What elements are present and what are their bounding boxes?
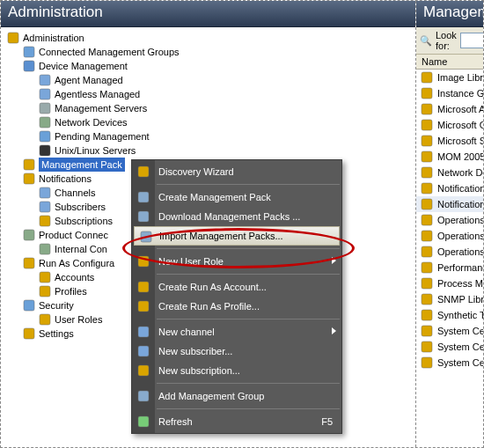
management-pack-icon — [420, 181, 434, 195]
management-pack-icon — [420, 324, 434, 338]
users-icon — [136, 344, 150, 358]
list-item-label: System Center C — [437, 342, 483, 352]
menu-item[interactable]: RefreshF5 — [132, 412, 341, 431]
list-item[interactable]: Operations Mana — [416, 244, 483, 260]
channel-icon — [136, 325, 150, 339]
menu-item[interactable]: Create Run As Account... — [132, 277, 341, 297]
svg-rect-11 — [40, 187, 50, 198]
menu-item-label: Download Management Packs ... — [158, 211, 300, 222]
list-item[interactable]: MOM 2005 Backw — [416, 149, 483, 165]
profile-icon — [38, 284, 52, 298]
tree-item-label: Security — [39, 298, 74, 312]
list-item[interactable]: Performance Libr — [416, 260, 483, 275]
list-item[interactable]: Operations Mana — [416, 228, 483, 244]
menu-item[interactable]: New subscription... — [132, 361, 341, 380]
menu-item-label: New subscriber... — [158, 346, 232, 356]
list-item[interactable]: System Center C — [416, 339, 483, 355]
menu-item[interactable]: New channel — [132, 322, 341, 342]
tree-item-label: Subscriptions — [55, 214, 113, 228]
menu-item-label: Add Management Group — [158, 391, 264, 401]
column-header-name[interactable]: Name — [416, 55, 483, 70]
list-item[interactable]: Image Library (W — [416, 70, 483, 85]
tree-item-label: Subscribers — [55, 200, 106, 214]
tree-item[interactable]: Connected Management Groups — [6, 45, 415, 59]
list-item[interactable]: Microsoft System — [416, 133, 483, 149]
list-item[interactable]: Network Device L — [416, 165, 483, 180]
list-item[interactable]: Synthetic Transa — [416, 307, 483, 323]
look-for-input[interactable] — [460, 33, 483, 48]
menu-item-label: Discovery Wizard — [158, 166, 234, 177]
svg-rect-7 — [40, 131, 50, 142]
user-icon — [38, 270, 52, 284]
svg-rect-44 — [141, 231, 151, 242]
management-pack-list[interactable]: Image Library (WInstance Group LMicrosof… — [416, 70, 483, 447]
svg-rect-40 — [422, 357, 432, 368]
management-packs-pane: Managemen 🔍 Look for: Name Image Library… — [416, 1, 483, 447]
menu-item[interactable]: Create Run As Profile... — [132, 297, 341, 316]
tree-item-label: Agentless Managed — [55, 87, 140, 101]
pack-icon — [22, 158, 36, 172]
svg-rect-18 — [40, 286, 50, 297]
tree-item[interactable]: Device Management — [6, 59, 415, 73]
svg-rect-24 — [422, 104, 432, 114]
list-item[interactable]: SNMP Library — [416, 291, 483, 307]
menu-item[interactable]: New subscriber... — [132, 342, 341, 361]
svg-rect-34 — [422, 262, 432, 273]
svg-rect-28 — [422, 167, 432, 178]
profile-icon — [136, 299, 150, 313]
list-item-label: Operations Mana — [437, 246, 483, 257]
menu-item[interactable]: Discovery Wizard — [132, 162, 341, 181]
tree-item[interactable]: Administration — [6, 31, 415, 45]
svg-rect-46 — [138, 282, 149, 292]
list-item[interactable]: Notifications Inte — [416, 180, 483, 196]
list-item-label: Synthetic Transa — [437, 310, 483, 320]
svg-rect-19 — [24, 300, 34, 311]
management-pack-icon — [420, 229, 434, 243]
new-icon — [136, 190, 150, 204]
menu-item[interactable]: Add Management Group — [132, 386, 341, 406]
svg-rect-30 — [422, 199, 432, 209]
list-item[interactable]: System Center I — [416, 355, 483, 371]
list-item-label: Image Library (W — [437, 72, 483, 83]
list-item-label: System Center I — [437, 357, 483, 368]
tree-item[interactable]: Pending Management — [6, 129, 415, 143]
menu-item[interactable]: Import Management Packs... — [134, 226, 340, 246]
svg-rect-27 — [422, 151, 432, 162]
agent-icon — [38, 73, 52, 87]
mail-icon — [136, 364, 150, 378]
list-item[interactable]: Instance Group L — [416, 85, 483, 101]
svg-rect-17 — [40, 272, 50, 283]
list-item[interactable]: Process Monitorin — [416, 275, 483, 291]
mp-pane-title: Managemen — [416, 1, 483, 27]
list-item[interactable]: Notifications Libr — [416, 196, 483, 212]
management-pack-icon — [420, 276, 434, 290]
tree-item-label: Connected Management Groups — [39, 45, 180, 59]
tree-item[interactable]: Agentless Managed — [6, 87, 415, 101]
bell-icon — [22, 172, 36, 186]
admin-pane-title: Administration — [1, 1, 415, 27]
tree-item[interactable]: Management Servers — [6, 101, 415, 115]
menu-item[interactable]: Create Management Pack — [132, 187, 341, 207]
menu-item-label: Create Run As Profile... — [158, 301, 260, 312]
list-item-label: MOM 2005 Backw — [437, 151, 483, 162]
list-item[interactable]: Operations Mana — [416, 212, 483, 228]
context-menu[interactable]: Discovery WizardCreate Management PackDo… — [131, 159, 342, 434]
list-item[interactable]: System Center C — [416, 323, 483, 339]
tree-item[interactable]: Agent Managed — [6, 73, 415, 87]
tree-item[interactable]: Unix/Linux Servers — [6, 143, 415, 158]
tree-item[interactable]: Network Devices — [6, 115, 415, 129]
mail-icon — [38, 214, 52, 228]
submenu-arrow-icon — [332, 327, 336, 334]
svg-rect-48 — [138, 327, 149, 337]
svg-rect-39 — [422, 342, 432, 352]
menu-item[interactable]: Download Management Packs ... — [132, 207, 341, 226]
svg-rect-4 — [40, 89, 50, 99]
menu-item-label: Import Management Packs... — [159, 231, 283, 241]
svg-rect-25 — [422, 120, 432, 130]
svg-rect-43 — [138, 211, 149, 222]
menu-item[interactable]: New User Role — [132, 252, 341, 271]
svg-rect-9 — [24, 159, 34, 170]
list-item[interactable]: Microsoft Audit C — [416, 101, 483, 117]
svg-rect-15 — [40, 244, 50, 254]
list-item[interactable]: Microsoft Generic — [416, 117, 483, 133]
